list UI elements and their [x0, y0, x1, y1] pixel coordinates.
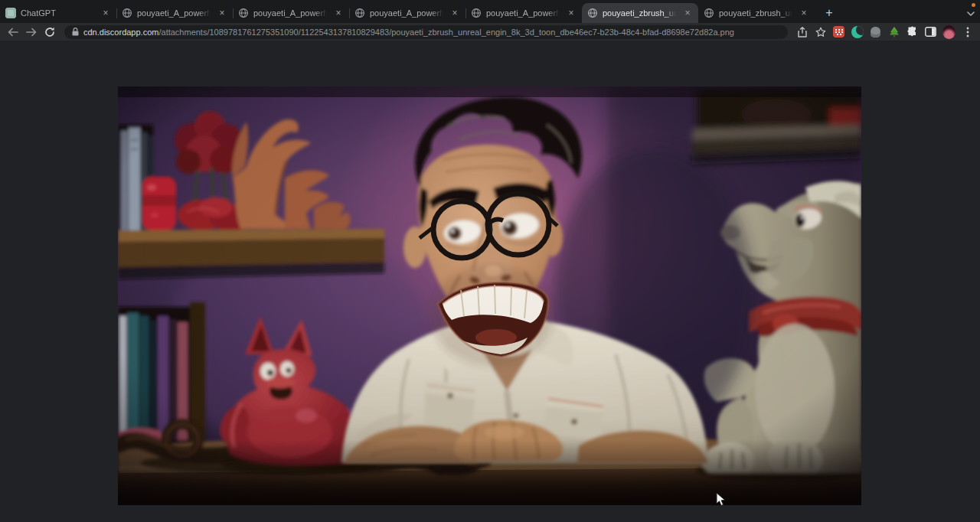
globe-icon: [704, 8, 714, 18]
close-icon[interactable]: ×: [217, 8, 227, 18]
puzzle-icon: [906, 26, 918, 38]
globe-icon: [354, 8, 365, 18]
tab-pouyaeti-2[interactable]: pouyaeti_A_powerful_modern ×: [233, 3, 349, 23]
tab-strip: ChatGPT × pouyaeti_A_powerful_modern × p…: [0, 0, 980, 23]
tab-title: pouyaeti_A_powerful_modern: [486, 8, 561, 18]
side-panel-icon: [925, 27, 936, 37]
tab-chatgpt[interactable]: ChatGPT ×: [0, 3, 116, 23]
extension-red-grid-button[interactable]: [832, 25, 845, 38]
globe-icon: [122, 8, 132, 18]
chevron-down-icon[interactable]: [966, 11, 975, 17]
tab-pouyaeti-1[interactable]: pouyaeti_A_powerful_modern ×: [116, 3, 233, 23]
tab-title: pouyaeti_zbrush_unreal_engin: [603, 8, 678, 18]
reload-icon: [44, 27, 55, 38]
tree-icon: [889, 26, 900, 38]
lock-icon: [72, 28, 79, 36]
forward-arrow-icon: [26, 28, 37, 37]
back-arrow-icon: [8, 28, 18, 37]
close-icon[interactable]: ×: [682, 8, 693, 18]
tab-title: pouyaeti_A_powerful_modern: [137, 8, 212, 18]
share-icon: [798, 27, 807, 38]
kebab-menu-icon: [966, 27, 969, 38]
close-icon[interactable]: ×: [333, 8, 344, 18]
globe-icon: [471, 8, 482, 18]
close-icon[interactable]: ×: [799, 8, 809, 18]
tab-title: pouyaeti_zbrush_unreal_engin: [719, 8, 794, 18]
browser-window: ChatGPT × pouyaeti_A_powerful_modern × p…: [0, 0, 980, 522]
status-dot: [972, 3, 975, 7]
menu-button[interactable]: [961, 25, 974, 38]
url-text: cdn.discordapp.com/attachments/108978176…: [83, 28, 734, 37]
globe-icon: [587, 8, 598, 18]
viewed-image[interactable]: [118, 86, 861, 505]
tab-title: ChatGPT: [21, 8, 96, 18]
globe-icon: [238, 8, 249, 18]
address-bar[interactable]: cdn.discordapp.com/attachments/108978176…: [64, 25, 788, 39]
profile-button[interactable]: [942, 25, 956, 38]
reload-button[interactable]: [41, 24, 58, 40]
close-icon[interactable]: ×: [449, 8, 460, 18]
side-panel-button[interactable]: [924, 25, 937, 38]
moon-icon: [851, 26, 864, 38]
toolbar-actions: [794, 25, 975, 38]
bookmark-button[interactable]: [814, 25, 827, 38]
new-tab-button[interactable]: +: [819, 3, 839, 23]
forward-button[interactable]: [23, 24, 40, 40]
tab-title: pouyaeti_A_powerful_modern: [370, 8, 445, 18]
chatgpt-icon: [5, 8, 16, 18]
close-icon[interactable]: ×: [566, 8, 577, 18]
star-icon: [815, 27, 826, 38]
tab-zbrush-2[interactable]: pouyaeti_zbrush_unreal_engin ×: [698, 3, 815, 23]
close-icon[interactable]: ×: [100, 8, 111, 18]
extension-gray-button[interactable]: [869, 25, 882, 38]
tab-title: pouyaeti_A_powerful_modern: [253, 8, 328, 18]
tab-zbrush-active[interactable]: pouyaeti_zbrush_unreal_engin ×: [582, 3, 698, 23]
mouse-icon: [871, 27, 880, 38]
navigation-toolbar: cdn.discordapp.com/attachments/108978176…: [0, 23, 980, 41]
url-path: /attachments/1089781761275351090/1122543…: [158, 28, 734, 37]
extension-tree-button[interactable]: [887, 25, 900, 38]
tab-pouyaeti-4[interactable]: pouyaeti_A_powerful_modern ×: [466, 3, 582, 23]
dark-reader-button[interactable]: [851, 25, 864, 38]
extensions-button[interactable]: [906, 25, 919, 38]
red-grid-icon: [833, 26, 844, 38]
tab-pouyaeti-3[interactable]: pouyaeti_A_powerful_modern ×: [349, 3, 466, 23]
page-content: [0, 41, 980, 522]
avatar: [942, 25, 956, 39]
back-button[interactable]: [5, 24, 21, 40]
mouse-cursor: [716, 492, 726, 507]
url-host: cdn.discordapp.com: [83, 28, 158, 37]
share-button[interactable]: [795, 25, 808, 38]
